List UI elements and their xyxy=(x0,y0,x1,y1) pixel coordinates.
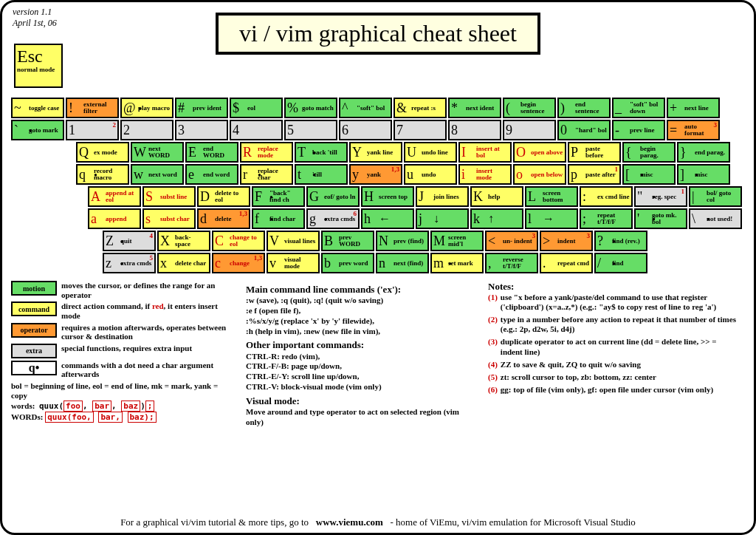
key-^: ^"soft" bol xyxy=(339,98,392,118)
key-f: ffind char xyxy=(252,208,305,229)
key-8: 8 xyxy=(448,120,501,140)
footer: motionmoves the cursor, or defines the r… xyxy=(11,281,745,427)
cmd-line: CTRL-R: redo (vim), xyxy=(246,352,475,362)
key-z: zextra cmds5 xyxy=(103,253,156,273)
key-1: 12 xyxy=(66,120,119,140)
cmd-line: :e f (open file f), xyxy=(246,306,475,316)
legend-text: moves the cursor, or defines the range f… xyxy=(61,281,233,299)
key-': 'goto mk. bol xyxy=(634,208,687,229)
key-[: [misc xyxy=(622,164,676,185)
key-0: 0"hard" bol xyxy=(557,120,611,140)
key-X: Xback- space xyxy=(157,231,210,251)
visual-heading: Visual mode: xyxy=(246,395,475,407)
key-): )end sentence xyxy=(557,98,611,118)
key-3: 3 xyxy=(175,120,228,140)
note-item: (3)duplicate operator to act on current … xyxy=(488,337,739,356)
key-9: 9 xyxy=(503,120,556,140)
key--: -prev line xyxy=(612,120,665,140)
legend-q-text: commands with a dot need a char argument… xyxy=(61,361,233,379)
key-_: _"soft" bol down xyxy=(612,98,665,118)
key-]: ]misc xyxy=(677,164,730,185)
key-a: aappend xyxy=(88,208,141,229)
key-L: Lscreen bottom xyxy=(525,186,578,207)
key-/: /find xyxy=(594,253,647,273)
cmd-line: :h (help in vim), :new (new file in vim)… xyxy=(246,327,475,337)
key-B: Bprev WORD xyxy=(321,231,374,251)
key-p: ppaste after1 xyxy=(568,164,621,185)
key-T: Tback 'till xyxy=(295,142,348,163)
key-&: &repeat :s xyxy=(394,98,447,118)
bottom-link: For a graphical vi/vim tutorial & more t… xyxy=(2,517,754,528)
note-item: (1)use "x before a yank/paste/del comman… xyxy=(488,293,739,312)
key-i: iinsert mode xyxy=(458,164,512,185)
legend-operator: operator xyxy=(11,323,57,338)
key-Y: Yyank line xyxy=(349,142,402,163)
key-%: %goto match xyxy=(284,98,337,118)
key-k: k↑ xyxy=(470,208,523,229)
key-D: Ddelete to eol xyxy=(197,186,250,207)
key-\: \not used! xyxy=(689,208,742,229)
key->: >indent3 xyxy=(540,231,593,251)
key-;: ;repeat t/T/f/F xyxy=(580,208,633,229)
key-*: *next ident xyxy=(448,98,501,118)
key-R: Rreplace mode xyxy=(240,142,293,163)
note-item: (5)zt: scroll cursor to top, zb: bottom,… xyxy=(488,372,739,382)
esc-key: Esc normal mode xyxy=(14,44,63,88)
legend-motion: motion xyxy=(11,281,57,296)
version-info: version 1.1 April 1st, 06 xyxy=(13,7,57,29)
notes-column: Notes: (1)use "x before a yank/paste/del… xyxy=(488,281,739,427)
legend-abbrev: bol = beginning of line, eol = end of li… xyxy=(11,381,233,400)
key-x: xdelete char xyxy=(157,253,210,273)
key-l: l→ xyxy=(525,208,578,229)
cmd-line: :w (save), :q (quit), :q! (quit w/o savi… xyxy=(246,296,475,306)
key-:: :ex cmd line xyxy=(580,186,633,207)
commands-column: Main command line commands ('ex'): :w (s… xyxy=(246,281,475,427)
key-V: Vvisual lines xyxy=(267,231,320,251)
q-dot-example: q• xyxy=(11,361,57,375)
key-G: Geof/ goto ln xyxy=(306,186,360,207)
key-!: !external filter xyxy=(66,98,119,118)
key-e: eend word xyxy=(185,164,238,185)
note-item: (6)gg: top of file (vim only), gf: open … xyxy=(488,385,739,395)
key-O: Oopen above xyxy=(513,142,566,163)
legend-text: requires a motion afterwards, operates b… xyxy=(61,323,233,341)
cmd-line: CTRL-V: block-visual mode (vim only) xyxy=(246,382,475,392)
legend-text: direct action command, if red, it enters… xyxy=(61,301,233,320)
key-,: ,reverse t/T/f/F xyxy=(485,253,538,273)
key-r: rreplace char xyxy=(240,164,293,185)
notes-heading: Notes: xyxy=(488,281,739,293)
key-q: qrecord macro xyxy=(76,164,129,185)
key-Q: Qex mode xyxy=(76,142,129,163)
key-K: Khelp xyxy=(470,186,523,207)
key-I: Iinsert at bol xyxy=(458,142,512,163)
key-#: #prev ident xyxy=(175,98,228,118)
key-N: Nprev (find) xyxy=(376,231,429,251)
key-b: bprev word xyxy=(321,253,374,273)
key-n: nnext (find) xyxy=(376,253,429,273)
cmd-line: :%s/x/y/g (replace 'x' by 'y' filewide), xyxy=(246,316,475,327)
version: version 1.1 xyxy=(13,7,57,18)
key-t: t'till xyxy=(295,164,348,185)
key-?: ?find (rev.) xyxy=(594,231,647,251)
key-j: j↓ xyxy=(416,208,469,229)
key-}: }end parag. xyxy=(677,142,730,163)
key-c: cchange1,3 xyxy=(212,253,265,273)
words-example: words: quux(foo, bar, baz); xyxy=(11,401,233,411)
key-d: ddelete1,3 xyxy=(197,208,250,229)
main-cmds-heading: Main command line commands ('ex'): xyxy=(246,284,475,296)
key-u: uundo xyxy=(404,164,457,185)
key-2: 2 xyxy=(120,120,173,140)
key-s: ssubst char xyxy=(142,208,196,229)
other-cmds-heading: Other important commands: xyxy=(246,339,475,351)
key-|: |bol/ goto col xyxy=(689,186,742,207)
cmd-line: Move around and type operator to act on … xyxy=(246,407,475,428)
key-v: vvisual mode xyxy=(267,253,320,273)
key-E: Eend WORD xyxy=(185,142,238,163)
legend: motionmoves the cursor, or defines the r… xyxy=(11,281,233,427)
key-S: Ssubst line xyxy=(142,186,196,207)
key-W: Wnext WORD xyxy=(131,142,184,163)
date: April 1st, 06 xyxy=(13,18,57,29)
key-@: @play macro xyxy=(120,98,173,118)
key-(: (begin sentence xyxy=(503,98,556,118)
key-J: Jjoin lines xyxy=(416,186,469,207)
